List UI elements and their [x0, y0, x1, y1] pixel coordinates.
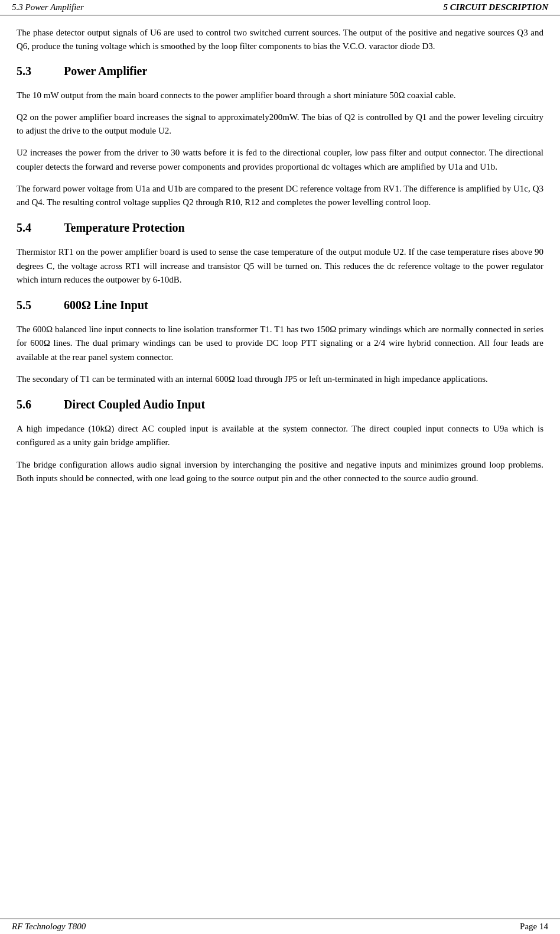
section-body-5-4: Thermistor RT1 on the power amplifier bo… — [17, 245, 543, 287]
section-heading-5-6: 5.6Direct Coupled Audio Input — [17, 398, 543, 411]
paragraph: A high impedance (10kΩ) direct AC couple… — [17, 422, 543, 450]
section-number: 5.3 — [17, 64, 64, 78]
section-title: Temperature Protection — [64, 221, 185, 235]
paragraph: Q2 on the power amplifier board increase… — [17, 111, 543, 138]
section-title: Direct Coupled Audio Input — [64, 398, 205, 411]
paragraph: The bridge configuration allows audio si… — [17, 458, 543, 486]
paragraph: U2 increases the power from the driver t… — [17, 146, 543, 174]
footer-company: RF Technology T800 — [12, 922, 86, 932]
header-section-label: 5.3 Power Amplifier — [12, 2, 84, 12]
paragraph: The 10 mW output from the main board con… — [17, 89, 543, 102]
header-chapter-label: 5 CIRCUIT DESCRIPTION — [443, 2, 548, 12]
section-heading-5-4: 5.4Temperature Protection — [17, 221, 543, 235]
paragraph: The forward power voltage from U1a and U… — [17, 182, 543, 210]
footer-page: Page 14 — [520, 922, 548, 932]
section-heading-5-3: 5.3Power Amplifier — [17, 64, 543, 78]
section-body-5-6: A high impedance (10kΩ) direct AC couple… — [17, 422, 543, 485]
section-title: 600Ω Line Input — [64, 299, 148, 312]
page-header: 5.3 Power Amplifier 5 CIRCUIT DESCRIPTIO… — [0, 0, 560, 15]
section-body-5-5: The 600Ω balanced line input connects to… — [17, 323, 543, 386]
intro-paragraph: The phase detector output signals of U6 … — [17, 26, 543, 54]
page-content: The phase detector output signals of U6 … — [0, 15, 560, 919]
page-container: 5.3 Power Amplifier 5 CIRCUIT DESCRIPTIO… — [0, 0, 560, 934]
section-heading-5-5: 5.5600Ω Line Input — [17, 299, 543, 312]
page-footer: RF Technology T800 Page 14 — [0, 919, 560, 934]
paragraph: The 600Ω balanced line input connects to… — [17, 323, 543, 364]
sections-container: 5.3Power AmplifierThe 10 mW output from … — [17, 64, 543, 494]
section-body-5-3: The 10 mW output from the main board con… — [17, 89, 543, 210]
section-title: Power Amplifier — [64, 64, 147, 78]
section-number: 5.6 — [17, 398, 64, 411]
paragraph: The secondary of T1 can be terminated wi… — [17, 372, 543, 386]
section-number: 5.4 — [17, 221, 64, 235]
section-number: 5.5 — [17, 299, 64, 312]
paragraph: Thermistor RT1 on the power amplifier bo… — [17, 245, 543, 287]
